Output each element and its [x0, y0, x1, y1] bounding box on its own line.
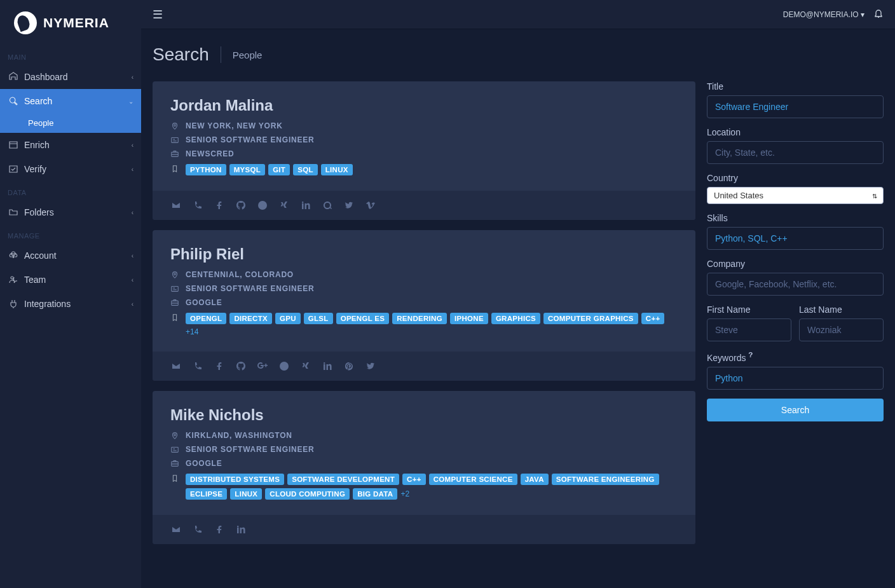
logo-icon	[14, 11, 37, 34]
sidebar-item-account[interactable]: Account‹	[0, 243, 141, 268]
github-icon[interactable]	[235, 200, 247, 211]
quora-icon[interactable]	[322, 200, 333, 211]
menu-toggle-icon[interactable]: ☰	[153, 8, 163, 22]
first-name-input[interactable]	[707, 318, 791, 341]
logo[interactable]: NYMERIA	[0, 0, 141, 46]
skill-tag[interactable]: IPHONE	[450, 313, 488, 324]
badge-icon	[170, 284, 179, 294]
skill-tag[interactable]: GLSL	[304, 313, 333, 324]
skill-tag[interactable]: DIRECTX	[229, 313, 272, 324]
linkedin-icon[interactable]	[300, 200, 311, 211]
company-input[interactable]	[707, 273, 884, 296]
sidebar-item-dashboard[interactable]: Dashboard‹	[0, 65, 141, 89]
person-name[interactable]: Philip Riel	[170, 245, 678, 263]
skill-tag[interactable]: GPU	[275, 313, 301, 324]
title-label: Title	[707, 81, 884, 92]
twitter-icon[interactable]	[343, 200, 355, 211]
skills-label: Skills	[707, 213, 884, 223]
xing-icon[interactable]	[278, 200, 290, 211]
skill-tag[interactable]: MYSQL	[229, 164, 265, 175]
last-name-input[interactable]	[799, 318, 884, 341]
skill-tag[interactable]: COMPUTER GRAPHICS	[543, 313, 638, 324]
skill-tag[interactable]: OPENGL	[186, 313, 226, 324]
person-location: KIRKLAND, WASHINGTON	[186, 431, 292, 440]
skill-tag[interactable]: LINUX	[230, 488, 262, 500]
skill-tag[interactable]: ECLIPSE	[186, 488, 227, 500]
facebook-icon[interactable]	[214, 200, 225, 211]
person-title: SENIOR SOFTWARE ENGINEER	[186, 445, 315, 454]
skill-tag[interactable]: COMPUTER SCIENCE	[429, 474, 517, 485]
skill-tag[interactable]: CLOUD COMPUTING	[265, 488, 350, 500]
svg-point-0	[174, 125, 176, 126]
location-input[interactable]	[707, 141, 884, 164]
email-icon[interactable]	[170, 200, 182, 211]
email-icon[interactable]	[170, 524, 182, 535]
nav: MAINDashboard‹Search⌄PeopleEnrich‹Verify…	[0, 46, 141, 316]
linkedin-icon[interactable]	[235, 524, 247, 535]
skill-tag[interactable]: LINUX	[321, 164, 353, 175]
sidebar-item-team[interactable]: Team‹	[0, 268, 141, 292]
xing-icon[interactable]	[300, 360, 311, 372]
skill-tag[interactable]: JAVA	[521, 474, 549, 485]
badge-icon	[170, 135, 179, 145]
github-icon[interactable]	[235, 360, 247, 372]
sidebar-subitem-people[interactable]: People	[0, 113, 141, 133]
bookmark-icon	[170, 313, 179, 323]
svg-point-3	[174, 273, 176, 275]
facebook-icon[interactable]	[214, 524, 225, 535]
dashboard-icon	[8, 72, 19, 82]
linkedin-icon[interactable]	[322, 360, 333, 372]
sidebar-item-integrations[interactable]: Integrations‹	[0, 292, 141, 316]
sidebar: NYMERIA MAINDashboard‹Search⌄PeopleEnric…	[0, 0, 141, 588]
skills-input[interactable]	[707, 227, 884, 250]
country-select[interactable]: United States	[707, 187, 884, 204]
facebook-icon[interactable]	[214, 360, 225, 372]
gravatar-icon[interactable]	[278, 360, 290, 372]
skill-tag[interactable]: GRAPHICS	[491, 313, 540, 324]
skill-tag[interactable]: OPENGL ES	[336, 313, 390, 324]
phone-icon[interactable]	[192, 200, 203, 211]
skill-tag[interactable]: C++	[641, 313, 665, 324]
skills-more[interactable]: +14	[186, 327, 198, 336]
topbar: ☰ DEMO@NYMERIA.IO ▾	[141, 0, 895, 29]
vimeo-icon[interactable]	[365, 200, 376, 211]
twitter-icon[interactable]	[365, 360, 376, 372]
user-menu[interactable]: DEMO@NYMERIA.IO ▾	[783, 10, 864, 19]
skill-tag[interactable]: C++	[402, 474, 426, 485]
title-input[interactable]	[707, 95, 884, 118]
sidebar-item-folders[interactable]: Folders‹	[0, 200, 141, 224]
skill-tag[interactable]: SOFTWARE ENGINEERING	[552, 474, 659, 485]
sidebar-item-verify[interactable]: Verify‹	[0, 157, 141, 181]
skill-tag[interactable]: DISTRIBUTED SYSTEMS	[186, 474, 284, 485]
phone-icon[interactable]	[192, 524, 203, 535]
location-label: Location	[707, 127, 884, 137]
first-name-label: First Name	[707, 304, 791, 315]
svg-point-6	[174, 434, 176, 436]
skills-more[interactable]: +2	[400, 489, 409, 498]
bell-icon[interactable]	[873, 8, 884, 20]
pinterest-icon[interactable]	[343, 360, 355, 372]
sidebar-item-enrich[interactable]: Enrich‹	[0, 133, 141, 157]
country-label: Country	[707, 173, 884, 183]
skill-tag[interactable]: GIT	[268, 164, 290, 175]
search-button[interactable]: Search	[707, 399, 884, 421]
google-plus-icon[interactable]	[257, 360, 268, 372]
card-footer	[153, 191, 695, 220]
skill-tag[interactable]: SQL	[293, 164, 318, 175]
skill-tag[interactable]: BIG DATA	[353, 488, 397, 500]
keywords-input[interactable]	[707, 367, 884, 390]
gravatar-icon[interactable]	[257, 200, 268, 211]
person-name[interactable]: Mike Nichols	[170, 406, 678, 424]
person-name[interactable]: Jordan Malina	[170, 97, 678, 114]
email-icon[interactable]	[170, 360, 182, 372]
sidebar-item-search[interactable]: Search⌄	[0, 89, 141, 113]
head-divider	[221, 46, 221, 63]
sidebar-item-label: Integrations	[24, 299, 71, 309]
section-label: DATA	[0, 181, 141, 200]
skill-tag[interactable]: SOFTWARE DEVELOPMENT	[287, 474, 399, 485]
skill-tag[interactable]: RENDERING	[392, 313, 447, 324]
skill-tag[interactable]: PYTHON	[186, 164, 226, 175]
help-icon[interactable]: ?	[748, 350, 753, 359]
phone-icon[interactable]	[192, 360, 203, 372]
enrich-icon	[8, 140, 19, 150]
